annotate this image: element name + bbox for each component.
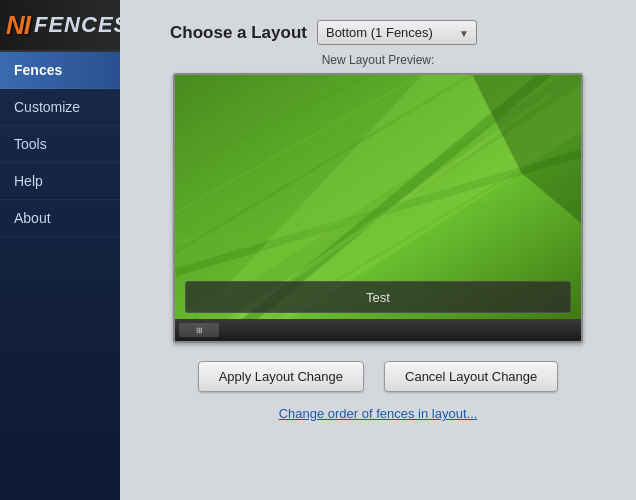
sidebar-item-tools[interactable]: Tools <box>0 126 120 163</box>
button-row: Apply Layout Change Cancel Layout Change <box>198 361 559 392</box>
layout-select[interactable]: Bottom (1 Fences) Top (1 Fences) Left (1… <box>317 20 477 45</box>
layout-preview: Test ⊞ <box>173 73 583 343</box>
logo-area: NI Fences <box>0 0 120 52</box>
sidebar-item-help[interactable]: Help <box>0 163 120 200</box>
fence-bar: Test <box>185 281 571 313</box>
main-content: Choose a Layout Bottom (1 Fences) Top (1… <box>120 0 636 500</box>
layout-select-wrapper[interactable]: Bottom (1 Fences) Top (1 Fences) Left (1… <box>317 20 477 45</box>
preview-label: New Layout Preview: <box>322 53 435 67</box>
start-button: ⊞ <box>179 323 219 337</box>
apply-layout-button[interactable]: Apply Layout Change <box>198 361 364 392</box>
logo-ni: NI <box>6 10 30 41</box>
sidebar-item-customize[interactable]: Customize <box>0 89 120 126</box>
change-order-link[interactable]: Change order of fences in layout... <box>279 406 478 421</box>
fence-bar-label: Test <box>366 290 390 305</box>
taskbar-simulation: ⊞ <box>175 319 581 341</box>
choose-layout-row: Choose a Layout Bottom (1 Fences) Top (1… <box>170 20 477 45</box>
sidebar-item-about[interactable]: About <box>0 200 120 237</box>
logo-fences: Fences <box>34 12 129 38</box>
choose-layout-label: Choose a Layout <box>170 23 307 43</box>
sidebar: NI Fences Fences Customize Tools Help Ab… <box>0 0 120 500</box>
cancel-layout-button[interactable]: Cancel Layout Change <box>384 361 558 392</box>
sidebar-item-fences[interactable]: Fences <box>0 52 120 89</box>
